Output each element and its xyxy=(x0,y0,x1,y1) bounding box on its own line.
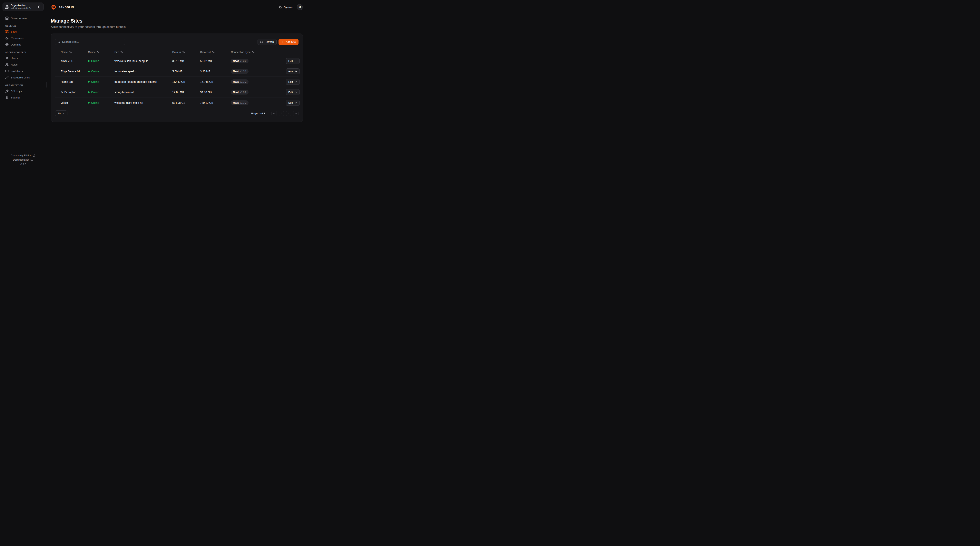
row-menu-button[interactable] xyxy=(279,59,283,63)
sites-card: Refresh Add Site Name Online Site Data I… xyxy=(51,34,303,122)
topbar: PANGOLIN System M xyxy=(51,0,303,14)
site-status-cell: Online xyxy=(88,91,115,94)
sort-icon xyxy=(120,51,123,53)
external-link-icon xyxy=(33,154,35,157)
row-menu-button[interactable] xyxy=(279,101,283,104)
arrow-right-icon xyxy=(294,101,297,104)
brand-name: PANGOLIN xyxy=(59,6,74,9)
data-out-cell: 3.20 MB xyxy=(200,70,231,73)
sidebar-section-label: ACCESS CONTROL xyxy=(5,51,43,54)
sidebar-item-server-admin[interactable]: Server Admin xyxy=(3,16,43,21)
add-site-button[interactable]: Add Site xyxy=(278,38,299,45)
arrow-right-icon xyxy=(294,91,297,94)
sidebar-item-resources[interactable]: Resources xyxy=(3,35,43,41)
data-in-cell: 30.12 MB xyxy=(172,59,200,62)
row-menu-button[interactable] xyxy=(279,70,283,73)
sidebar-item-roles[interactable]: Roles xyxy=(3,62,43,67)
table-row: Edge Device 01 Online fortunate-cape-fox… xyxy=(55,66,299,77)
ellipsis-icon xyxy=(279,59,283,63)
moon-icon xyxy=(279,5,282,9)
theme-toggle[interactable]: System xyxy=(279,5,293,9)
chevrons-left-icon xyxy=(273,112,275,115)
row-menu-button[interactable] xyxy=(279,80,283,83)
data-out-cell: 34.80 GB xyxy=(200,91,231,94)
row-menu-button[interactable] xyxy=(279,91,283,94)
connection-type-cell: Newt v1.3.2 xyxy=(231,69,279,74)
theme-label: System xyxy=(284,6,293,9)
sidebar-item-sites[interactable]: Sites xyxy=(3,29,43,34)
last-page-button[interactable] xyxy=(293,111,299,116)
arrow-right-icon xyxy=(294,70,297,73)
search-box xyxy=(55,38,125,45)
data-out-cell: 141.68 GB xyxy=(200,80,231,83)
column-header-name[interactable]: Name xyxy=(61,51,88,54)
first-page-button[interactable] xyxy=(272,111,277,116)
connection-type-cell: Newt v1.3.2 xyxy=(231,101,279,105)
refresh-button[interactable]: Refresh xyxy=(258,38,277,45)
chevron-left-icon xyxy=(280,112,283,115)
site-tunnel-cell: smug-brown-rat xyxy=(115,91,172,94)
main-content: PANGOLIN System M Manage Sites Allow con… xyxy=(46,0,307,169)
edit-button[interactable]: Edit xyxy=(286,100,300,106)
site-status-cell: Online xyxy=(88,70,115,73)
gear-icon xyxy=(5,96,9,99)
site-tunnel-cell: welcome-giant-mole-rat xyxy=(115,101,172,104)
site-status-cell: Online xyxy=(88,101,115,104)
online-status-dot xyxy=(88,102,89,104)
sort-icon xyxy=(182,51,185,53)
ellipsis-icon xyxy=(279,70,283,73)
data-in-cell: 112.42 GB xyxy=(172,80,200,83)
column-header-site[interactable]: Site xyxy=(115,51,172,54)
table-header-row: Name Online Site Data In Data Out Connec… xyxy=(55,48,299,56)
version-label: v1.7.0 xyxy=(0,162,46,166)
connection-type-cell: Newt v1.3.2 xyxy=(231,90,279,94)
data-out-cell: 780.12 GB xyxy=(200,101,231,104)
site-status-cell: Online xyxy=(88,59,115,62)
page-size-select[interactable]: 20 xyxy=(55,110,67,116)
column-header-connection-type[interactable]: Connection Type xyxy=(231,51,279,54)
sidebar-item-users[interactable]: Users xyxy=(3,56,43,61)
site-tunnel-cell: vivacious-little-blue-penguin xyxy=(115,59,172,62)
globe-icon xyxy=(5,43,9,46)
book-open-icon xyxy=(30,159,33,161)
site-name-cell: Office xyxy=(61,101,88,104)
search-input[interactable] xyxy=(62,40,123,43)
documentation-link[interactable]: Documentation xyxy=(0,158,46,162)
ellipsis-icon xyxy=(279,101,283,104)
next-page-button[interactable] xyxy=(286,111,291,116)
sidebar-item-api-keys[interactable]: API Keys xyxy=(3,88,43,94)
community-edition-link[interactable]: Community Edition xyxy=(0,153,46,158)
sidebar-item-invitations[interactable]: Invitations xyxy=(3,69,43,74)
edit-button[interactable]: Edit xyxy=(286,58,300,64)
building-icon xyxy=(5,5,9,9)
edit-button[interactable]: Edit xyxy=(286,79,300,85)
ticket-check-icon xyxy=(5,69,9,73)
connection-type-badge: Newt v1.3.2 xyxy=(231,59,248,63)
users-icon xyxy=(5,63,9,66)
sidebar-item-shareable-links[interactable]: Shareable Links xyxy=(3,75,43,80)
org-title: Organization xyxy=(11,4,35,7)
chevrons-right-icon xyxy=(294,112,297,115)
sort-icon xyxy=(97,51,100,53)
sidebar-section-label: GENERAL xyxy=(5,25,43,27)
column-header-data-out[interactable]: Data Out xyxy=(200,51,231,54)
user-avatar[interactable]: M xyxy=(297,4,303,10)
sidebar-footer: Community Edition Documentation v1.7.0 xyxy=(0,151,46,169)
page-info: Page 1 of 1 xyxy=(251,112,265,115)
column-header-data-in[interactable]: Data In xyxy=(172,51,200,54)
app-root: Organization milo@fossorial.io's ... Ser… xyxy=(0,0,307,169)
org-switcher[interactable]: Organization milo@fossorial.io's ... xyxy=(3,3,43,11)
prev-page-button[interactable] xyxy=(279,111,284,116)
user-icon xyxy=(5,56,9,60)
table-row: Jeff's Laptop Online smug-brown-rat 12.6… xyxy=(55,87,299,97)
connection-type-badge: Newt v1.3.2 xyxy=(231,69,248,74)
table-body: AWS VPC Online vivacious-little-blue-pen… xyxy=(55,56,299,108)
edit-button[interactable]: Edit xyxy=(286,89,300,95)
brand-logo-link[interactable]: PANGOLIN xyxy=(51,4,74,10)
sidebar-item-domains[interactable]: Domains xyxy=(3,42,43,47)
site-tunnel-cell: fortunate-cape-fox xyxy=(115,70,172,73)
edit-button[interactable]: Edit xyxy=(286,69,300,74)
sidebar-item-settings[interactable]: Settings xyxy=(3,95,43,100)
column-header-online[interactable]: Online xyxy=(88,51,115,54)
table-row: Office Online welcome-giant-mole-rat 534… xyxy=(55,97,299,108)
